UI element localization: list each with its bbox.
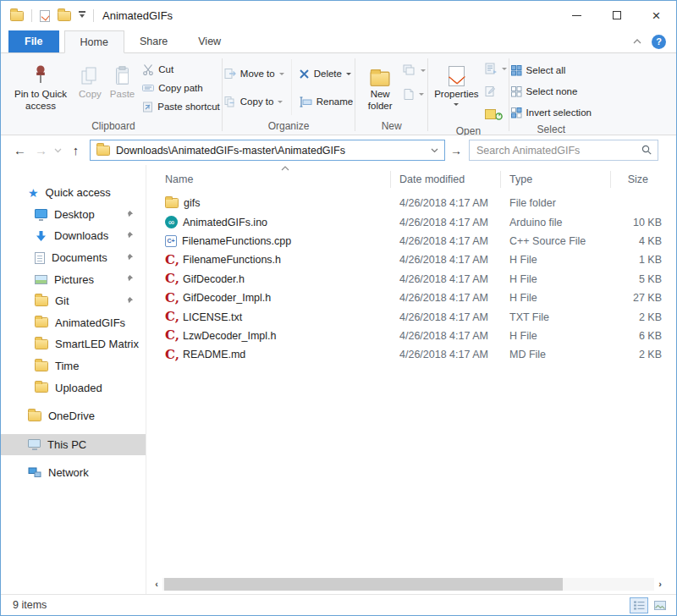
item-count: 9 items (13, 599, 47, 611)
minimize-icon (572, 15, 581, 16)
table-row[interactable]: GifDecoder.h 4/26/2018 4:17 AM H File 5 … (157, 270, 676, 289)
table-row[interactable]: README.md 4/26/2018 4:17 AM MD File 2 KB (157, 345, 676, 364)
sidebar-item-uploaded[interactable]: Uploaded (1, 377, 146, 399)
address-path[interactable]: Downloads\AnimatedGIFs-master\AnimatedGI… (116, 145, 429, 157)
ribbon-group-new: New folder New (357, 56, 426, 135)
invert-selection-icon (511, 107, 522, 118)
help-button[interactable]: ? (652, 35, 666, 49)
paste-button[interactable]: Paste (106, 56, 139, 101)
horizontal-scrollbar[interactable]: ‹ › (151, 578, 666, 591)
tab-home[interactable]: Home (64, 30, 124, 53)
ribbon-group-clipboard: Pin to Quick access Copy Paste (7, 56, 220, 135)
tab-view[interactable]: View (183, 30, 236, 52)
up-button[interactable]: ↑ (65, 143, 86, 157)
minimize-button[interactable] (557, 1, 597, 30)
recent-locations-chevron-icon[interactable] (52, 148, 65, 153)
rename-button[interactable]: Rename (299, 92, 353, 111)
large-icons-view-button[interactable] (651, 597, 669, 613)
new-folder-button[interactable]: New folder (357, 56, 403, 113)
file-list-pane: Name Date modified Type Size gifs 4/26/2… (146, 165, 676, 594)
app-folder-icon (10, 11, 24, 21)
group-label-select: Select (511, 122, 592, 135)
open-icon (485, 63, 498, 74)
maximize-button[interactable] (597, 1, 636, 30)
table-row[interactable]: GifDecoder_Impl.h 4/26/2018 4:17 AM H Fi… (157, 289, 676, 307)
easy-access-button[interactable] (403, 61, 426, 80)
sidebar-item-pictures[interactable]: Pictures (1, 268, 146, 290)
folder-icon (165, 198, 179, 208)
move-to-icon (224, 68, 236, 80)
sidebar-item-documents[interactable]: Documents (1, 247, 146, 269)
folder-icon (35, 296, 48, 306)
column-header-size[interactable]: Size (611, 171, 672, 188)
properties-button[interactable]: Properties (430, 56, 482, 108)
tab-file[interactable]: File (8, 30, 59, 52)
address-bar[interactable]: Downloads\AnimatedGIFs-master\AnimatedGI… (90, 140, 445, 161)
sidebar-item-downloads[interactable]: Downloads (1, 225, 146, 247)
search-input[interactable] (476, 145, 641, 157)
paste-shortcut-button[interactable]: Paste shortcut (142, 97, 220, 116)
sort-ascending-icon (281, 166, 289, 171)
chevron-down-icon (502, 68, 507, 73)
forward-button[interactable]: → (30, 143, 52, 157)
folder-icon (35, 361, 48, 371)
scrollbar-thumb[interactable] (164, 578, 563, 591)
sidebar-item-animatedgifs[interactable]: AnimatedGIFs (1, 312, 146, 334)
address-dropdown-chevron-icon[interactable] (429, 148, 441, 153)
search-icon[interactable] (641, 145, 652, 156)
tab-share[interactable]: Share (124, 30, 183, 52)
go-to-button[interactable]: → (445, 144, 467, 157)
quick-access-toolbar (1, 9, 94, 22)
main-content: ★ Quick access Desktop Downloads Documen… (1, 165, 676, 594)
select-none-button[interactable]: Select none (511, 82, 592, 101)
open-button[interactable] (485, 59, 507, 78)
star-icon: ★ (28, 187, 39, 199)
cut-button[interactable]: Cut (142, 60, 220, 79)
ribbon-group-organize: Move to Copy to Delete Rename (224, 56, 353, 135)
invert-selection-button[interactable]: Invert selection (511, 103, 592, 122)
column-header-name[interactable]: Name (157, 171, 391, 188)
group-divider (222, 58, 223, 131)
collapse-ribbon-icon[interactable] (633, 39, 641, 44)
pin-to-quick-access-button[interactable]: Pin to Quick access (7, 56, 74, 113)
table-row[interactable]: FilenameFunctions.cpp 4/26/2018 4:17 AM … (157, 232, 676, 250)
copy-to-button[interactable]: Copy to (224, 92, 284, 111)
sidebar-item-git[interactable]: Git (1, 290, 146, 312)
scroll-right-icon[interactable]: › (654, 578, 666, 591)
h-file-icon (165, 273, 178, 284)
copy-button[interactable]: Copy (74, 56, 106, 101)
table-row[interactable]: gifs 4/26/2018 4:17 AM File folder (157, 194, 676, 212)
sidebar-item-network[interactable]: Network (1, 462, 146, 484)
sidebar-item-desktop[interactable]: Desktop (1, 204, 146, 226)
table-row[interactable]: LICENSE.txt 4/26/2018 4:17 AM TXT File 2… (157, 307, 676, 326)
group-label-organize: Organize (224, 118, 353, 135)
sidebar-item-this-pc[interactable]: This PC (1, 434, 146, 456)
table-row[interactable]: LzwDecoder_Impl.h 4/26/2018 4:17 AM H Fi… (157, 327, 676, 345)
qat-customize-chevron-icon[interactable] (79, 11, 85, 20)
search-box[interactable] (469, 140, 658, 161)
back-button[interactable]: ← (9, 143, 30, 157)
copy-path-button[interactable]: Copy path (142, 79, 220, 97)
delete-button[interactable]: Delete (299, 64, 353, 83)
sidebar-item-time[interactable]: Time (1, 355, 146, 377)
details-view-button[interactable] (630, 597, 648, 613)
scroll-left-icon[interactable]: ‹ (151, 578, 162, 591)
close-button[interactable]: × (636, 1, 676, 30)
table-row[interactable]: AnimatedGIFs.ino 4/26/2018 4:17 AM Ardui… (157, 212, 676, 231)
select-all-button[interactable]: Select all (511, 61, 592, 80)
qat-new-folder-icon[interactable] (58, 11, 71, 21)
sidebar-item-quick-access[interactable]: ★ Quick access (1, 182, 146, 204)
table-row[interactable]: FilenameFunctions.h 4/26/2018 4:17 AM H … (157, 250, 676, 269)
move-to-button[interactable]: Move to (224, 64, 284, 83)
sidebar-item-onedrive[interactable]: OneDrive (1, 405, 146, 427)
edit-button[interactable] (485, 82, 507, 101)
column-header-date-modified[interactable]: Date modified (391, 171, 501, 188)
qat-properties-icon[interactable] (40, 10, 50, 22)
history-button[interactable] (485, 105, 507, 124)
sidebar-item-smartled-matrix[interactable]: SmartLED Matrix (1, 333, 146, 355)
easy-access-icon (403, 64, 416, 77)
scrollbar-track[interactable] (162, 578, 654, 591)
folder-icon (35, 382, 48, 393)
new-item-button[interactable] (403, 85, 426, 103)
column-header-type[interactable]: Type (501, 171, 611, 188)
